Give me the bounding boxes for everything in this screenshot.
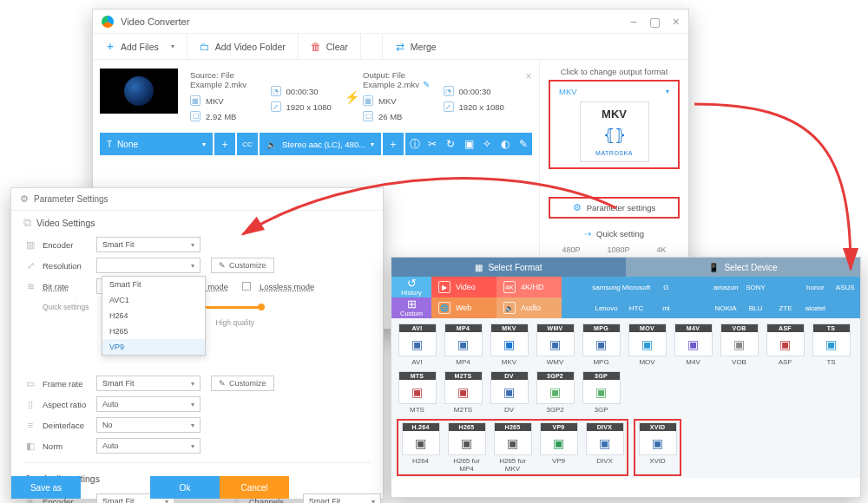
edit-icon[interactable]: ✎ <box>423 80 430 89</box>
format-wmv[interactable]: WMV▣WMV <box>535 323 575 366</box>
brand-alcatel[interactable]: alcatel <box>800 297 830 318</box>
cancel-button[interactable]: Cancel <box>220 476 289 499</box>
resolution-select[interactable]: ▾ <box>96 258 201 273</box>
output-format-card[interactable]: MKV▾ MKV ⦃⦄ MATROSKA <box>549 80 680 169</box>
merge-button[interactable]: ⇄Merge <box>382 34 449 59</box>
clear-button[interactable]: 🗑Clear <box>299 34 361 59</box>
brand-G[interactable]: G <box>651 277 681 297</box>
format-asf[interactable]: ASF▣ASF <box>765 323 806 366</box>
thumbnail[interactable] <box>100 69 178 114</box>
add-audio-button[interactable]: ＋ <box>383 133 404 155</box>
format-divx[interactable]: DIVX▣DIVX <box>584 422 625 473</box>
source-label: Source: File Example 2.mkv <box>190 70 260 89</box>
remove-row-icon[interactable]: × <box>525 70 531 82</box>
format-vp9[interactable]: VP9▣VP9 <box>538 422 579 473</box>
preset-480p[interactable]: 480P <box>562 245 580 254</box>
brand-amazon[interactable]: amazon <box>711 277 740 297</box>
lossless-checkbox[interactable] <box>242 282 251 291</box>
denoise-select[interactable]: Auto▾ <box>96 438 201 454</box>
brand-logo[interactable] <box>771 277 800 297</box>
framerate-select[interactable]: Smart Fit▾ <box>96 376 201 391</box>
brand-logo[interactable] <box>681 277 711 297</box>
brand-mi[interactable]: mi <box>651 297 681 318</box>
encoder-option[interactable]: H264 <box>102 308 205 323</box>
format-xvid[interactable]: XVID▣XVID <box>637 422 678 473</box>
maximize-icon[interactable]: ▢ <box>649 15 661 29</box>
format-h265-for-mp4[interactable]: H265▣H265 for MP4 <box>446 422 487 473</box>
encoder-option[interactable]: AVC1 <box>102 292 205 308</box>
format-ts[interactable]: TS▣TS <box>811 323 852 366</box>
rotate-icon[interactable]: ↻ <box>442 138 460 150</box>
format-h265-for-mkv[interactable]: H265▣H265 for MKV <box>492 422 533 473</box>
ok-button[interactable]: Ok <box>150 476 220 499</box>
minimize-icon[interactable]: − <box>630 15 637 29</box>
parameter-settings-link[interactable]: ⚙Parameter settings <box>549 197 680 219</box>
format-mkv[interactable]: MKV▣MKV <box>489 323 529 366</box>
format-m2ts[interactable]: M2TS▣M2TS <box>443 371 483 414</box>
format-3gp2[interactable]: 3GP2▣3GP2 <box>535 371 575 414</box>
format-vob[interactable]: VOB▣VOB <box>719 323 760 366</box>
cat-web[interactable]: 🌐Web <box>431 297 496 318</box>
brand-logo[interactable] <box>562 277 591 297</box>
encoder-option-selected[interactable]: VP9 <box>102 339 205 355</box>
preset-1080p[interactable]: 1080P <box>607 245 629 254</box>
brand-samsung[interactable]: samsung <box>591 277 621 297</box>
brand-logo[interactable] <box>562 297 591 318</box>
format-h264[interactable]: H.264▣H264 <box>400 422 441 473</box>
cat-hd[interactable]: 4K4K/HD <box>496 277 562 297</box>
aspect-select[interactable]: Auto▾ <box>96 396 201 412</box>
encoder-option[interactable]: Smart Fit <box>102 277 205 292</box>
add-files-button[interactable]: ＋Add Files▾ <box>93 34 187 59</box>
output-column: Output: File Example 2.mkv✎ ▦MKV ☐26 MB <box>358 69 438 126</box>
brand-ASUS[interactable]: ASUS <box>831 277 860 297</box>
watermark-icon[interactable]: ◐ <box>496 138 514 150</box>
crop-icon[interactable]: ▣ <box>460 138 478 150</box>
customize-button[interactable]: ✎Customize <box>211 258 274 273</box>
brand-BLU[interactable]: BLU <box>740 297 770 318</box>
format-dv[interactable]: DV▣DV <box>489 371 529 414</box>
brand-NOKIA[interactable]: NOKIA <box>711 297 740 318</box>
brand-Microsoft[interactable]: Microsoft <box>621 277 651 297</box>
mkv-icon: MKV ⦃⦄ MATROSKA <box>580 101 649 162</box>
format-mp4[interactable]: MP4▣MP4 <box>443 323 483 366</box>
tag-icon[interactable]: ✎ <box>514 138 532 150</box>
customize-button[interactable]: ✎Customize <box>211 376 274 391</box>
brand-logo[interactable] <box>681 297 711 318</box>
cat-audio[interactable]: 🔈Audio <box>496 297 562 318</box>
effect-icon[interactable]: ✧ <box>477 138 496 150</box>
add-folder-button[interactable]: 🗀Add Video Folder <box>187 34 299 59</box>
info-icon[interactable]: ⓘ <box>405 137 424 152</box>
brand-logo[interactable] <box>831 297 860 318</box>
save-as-button[interactable]: Save as <box>11 476 81 499</box>
format-3gp[interactable]: 3GP▣3GP <box>581 371 621 414</box>
custom-tab[interactable]: ⊞Custom <box>391 297 431 318</box>
bolt-icon: ⚡ <box>345 90 359 104</box>
format-m4v[interactable]: M4V▣M4V <box>673 323 713 366</box>
cc-button[interactable]: CC <box>237 133 258 155</box>
deinterlace-select[interactable]: No▾ <box>96 417 201 433</box>
cat-video[interactable]: ▶Video <box>431 277 496 297</box>
brand-honor[interactable]: honor <box>800 277 830 297</box>
cut-icon[interactable]: ✂ <box>424 138 442 150</box>
brand-Lenovo[interactable]: Lenovo <box>591 297 621 318</box>
history-tab[interactable]: ↺History <box>391 277 431 297</box>
subtitle-select[interactable]: TNone▾ <box>100 133 213 155</box>
custom-icon: ⊞ <box>407 298 417 310</box>
close-icon[interactable]: × <box>673 15 680 29</box>
brand-SONY[interactable]: SONY <box>740 277 770 297</box>
brand-HTC[interactable]: HTC <box>621 297 651 318</box>
brand-ZTE[interactable]: ZTE <box>771 297 800 318</box>
encoder-select[interactable]: Smart Fit▾ <box>96 237 201 252</box>
tab-select-device[interactable]: 📱Select Device <box>626 258 860 277</box>
add-subtitle-button[interactable]: ＋ <box>214 133 235 155</box>
format-mpg[interactable]: MPG▣MPG <box>581 323 621 366</box>
dialog-title: Parameter Settings <box>34 194 108 204</box>
format-avi[interactable]: AVI▣AVI <box>397 323 437 366</box>
tab-select-format[interactable]: ▦Select Format <box>391 258 626 277</box>
audio-select[interactable]: 🔈Stereo aac (LC), 480...▾ <box>260 133 381 155</box>
encoder-option[interactable]: H265 <box>102 323 205 339</box>
xvid-highlight: XVID▣XVID <box>634 419 681 476</box>
format-mts[interactable]: MTS▣MTS <box>397 371 437 414</box>
preset-4k[interactable]: 4K <box>656 245 666 254</box>
format-mov[interactable]: MOV▣MOV <box>627 323 667 366</box>
